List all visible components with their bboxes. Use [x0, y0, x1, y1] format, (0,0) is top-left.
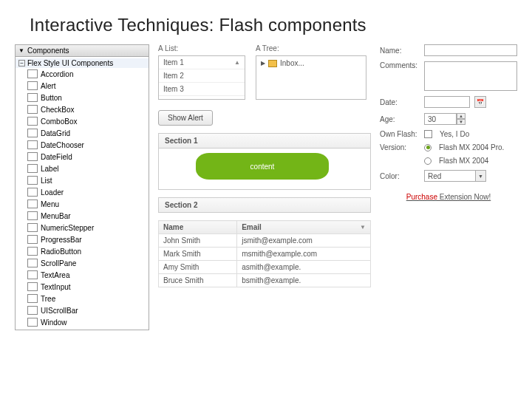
component-icon: [27, 223, 38, 232]
palette-item-scrollpane[interactable]: ScrollPane: [26, 257, 149, 269]
list-item-label: Item 1: [163, 58, 184, 66]
content-blob: content: [196, 153, 329, 180]
table-row[interactable]: Bruce Smithbsmith@example.: [159, 274, 371, 287]
own-flash-text: Yes, I Do: [440, 130, 469, 138]
palette-item-tree[interactable]: Tree: [26, 293, 149, 304]
palette-item-datefield[interactable]: DateField: [26, 151, 149, 163]
name-input[interactable]: [424, 44, 517, 56]
accordion-section-1-header[interactable]: Section 1: [158, 133, 371, 149]
component-icon: [27, 93, 38, 102]
palette-item-loader[interactable]: Loader: [26, 186, 149, 198]
palette-item-datagrid[interactable]: DataGrid: [26, 127, 149, 139]
table-cell: bsmith@example.: [237, 274, 371, 287]
color-label: Color:: [380, 172, 420, 180]
table-row[interactable]: Amy Smithasmith@example.: [159, 261, 371, 274]
tree-item-inbox[interactable]: ▶ Inbox...: [261, 59, 361, 67]
version-radio-std[interactable]: [424, 157, 432, 165]
age-label: Age:: [380, 115, 420, 123]
calendar-icon[interactable]: 📅: [474, 96, 486, 108]
palette-item-label: MenuBar: [41, 212, 71, 220]
component-icon: [27, 306, 38, 315]
palette-item-label: DateField: [41, 153, 72, 161]
palette-item-textinput[interactable]: TextInput: [26, 281, 149, 293]
date-label: Date:: [380, 98, 420, 106]
component-icon: [27, 69, 38, 78]
own-flash-checkbox[interactable]: [424, 130, 432, 138]
data-grid[interactable]: NameEmail▼ John Smithjsmith@example.comM…: [158, 220, 371, 287]
table-cell: asmith@example.: [237, 261, 371, 274]
chevron-right-icon: ▶: [261, 60, 265, 66]
column-header[interactable]: Name: [159, 221, 237, 234]
accordion-section-1-body: content: [158, 149, 371, 190]
column-header[interactable]: Email▼: [237, 221, 371, 234]
color-value: Red: [424, 170, 476, 182]
palette-item-label: ScrollPane: [41, 259, 76, 267]
tree-component[interactable]: ▶ Inbox...: [256, 55, 366, 100]
palette-item-menu[interactable]: Menu: [26, 198, 149, 210]
sort-icon: ▼: [360, 224, 366, 231]
palette-item-combobox[interactable]: ComboBox: [26, 115, 149, 127]
purchase-link[interactable]: Purchase Extension Now!: [380, 193, 517, 201]
chevron-down-icon[interactable]: ▼: [476, 170, 486, 182]
table-row[interactable]: Mark Smithmsmith@example.com: [159, 248, 371, 261]
palette-item-label[interactable]: Label: [26, 163, 149, 174]
palette-item-label: DateChooser: [41, 141, 84, 149]
palette-item-label: Button: [41, 94, 62, 102]
palette-item-checkbox[interactable]: CheckBox: [26, 103, 149, 115]
collapse-icon[interactable]: ▼: [18, 47, 24, 54]
palette-item-label: Tree: [41, 295, 55, 303]
table-cell: jsmith@example.com: [237, 234, 371, 248]
list-item[interactable]: Item 3: [159, 83, 245, 96]
age-value[interactable]: 30: [424, 113, 457, 125]
list-item-label: Item 2: [163, 72, 184, 80]
palette-item-uiscrollbar[interactable]: UIScrollBar: [26, 304, 149, 316]
palette-item-textarea[interactable]: TextArea: [26, 269, 149, 281]
palette-item-label: TextInput: [41, 283, 71, 291]
palette-item-label: CheckBox: [41, 106, 75, 114]
accordion-section-2-header[interactable]: Section 2: [158, 197, 371, 213]
panel-title-bar[interactable]: ▼ Components: [16, 45, 149, 57]
palette-item-label: RadioButton: [41, 248, 81, 256]
date-field[interactable]: [424, 96, 470, 108]
palette-item-label: Menu: [41, 200, 59, 208]
component-icon: [27, 81, 38, 90]
component-icon: [27, 247, 38, 256]
list-item[interactable]: Item 1▲: [159, 56, 245, 69]
palette-item-radiobutton[interactable]: RadioButton: [26, 245, 149, 257]
palette-item-progressbar[interactable]: ProgressBar: [26, 233, 149, 245]
palette-item-list[interactable]: List: [26, 174, 149, 186]
palette-item-accordion[interactable]: Accordion: [26, 68, 149, 80]
panel-title-text: Components: [27, 47, 69, 55]
list-item-label: Item 3: [163, 85, 184, 93]
palette-item-label: Label: [41, 165, 58, 173]
components-panel: ▼ Components − Flex Style UI Components …: [15, 44, 149, 330]
palette-item-numericstepper[interactable]: NumericStepper: [26, 222, 149, 233]
step-up-icon[interactable]: ▲: [457, 113, 466, 119]
version-radio-pro[interactable]: [424, 144, 432, 151]
component-icon: [27, 140, 38, 149]
table-row[interactable]: John Smithjsmith@example.com: [159, 234, 371, 248]
step-down-icon[interactable]: ▼: [457, 119, 466, 125]
comments-label: Comments:: [380, 61, 420, 69]
name-label: Name:: [380, 47, 420, 55]
color-combobox[interactable]: Red ▼: [424, 170, 486, 182]
numeric-stepper[interactable]: 30 ▲ ▼: [424, 113, 466, 125]
palette-item-alert[interactable]: Alert: [26, 80, 149, 92]
component-icon: [27, 152, 38, 161]
palette-item-datechooser[interactable]: DateChooser: [26, 139, 149, 151]
version-label: Version:: [380, 143, 420, 151]
content-label: content: [250, 163, 275, 171]
list-component[interactable]: Item 1▲Item 2Item 3: [158, 55, 245, 100]
comments-textarea[interactable]: [424, 61, 517, 91]
component-icon: [27, 129, 38, 137]
palette-item-label: Alert: [41, 82, 56, 90]
palette-item-label: Window: [41, 318, 67, 327]
minus-icon[interactable]: −: [18, 60, 25, 66]
palette-item-menubar[interactable]: MenuBar: [26, 210, 149, 222]
palette-item-window[interactable]: Window: [26, 316, 149, 328]
palette-item-button[interactable]: Button: [26, 92, 149, 103]
show-alert-button[interactable]: Show Alert: [158, 110, 213, 126]
list-item[interactable]: Item 2: [159, 69, 245, 83]
palette-root[interactable]: − Flex Style UI Components: [16, 58, 149, 68]
component-icon: [27, 318, 38, 327]
